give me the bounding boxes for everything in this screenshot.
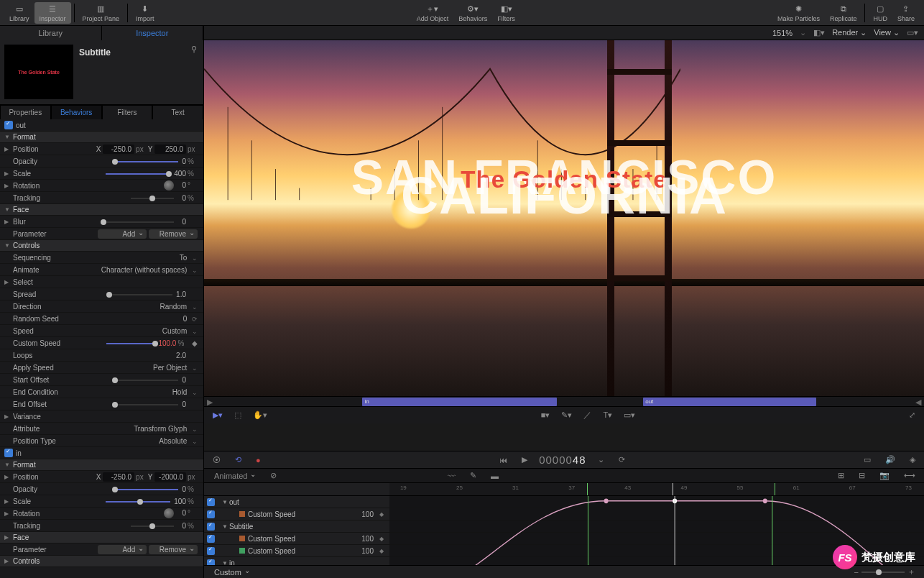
scale-slider[interactable] bbox=[106, 173, 170, 175]
import-button[interactable]: ⬇Import bbox=[131, 2, 160, 24]
clear-icon[interactable]: ⊘ bbox=[267, 469, 279, 482]
pos-x2-field[interactable]: -250.0 bbox=[103, 472, 134, 482]
tab-behaviors[interactable]: Behaviors bbox=[51, 105, 102, 119]
face-disclosure[interactable]: ▼ bbox=[4, 206, 10, 213]
add-dropdown[interactable]: Add bbox=[98, 229, 147, 239]
keyframe-diamond-icon[interactable]: ◆ bbox=[192, 339, 198, 347]
row-checkbox[interactable] bbox=[207, 535, 215, 543]
row-value[interactable]: 100 bbox=[359, 535, 376, 543]
tracking-slider[interactable] bbox=[131, 198, 174, 199]
playhead-end-icon[interactable]: ◀ bbox=[915, 398, 921, 407]
timecode-menu[interactable]: ⌄ bbox=[595, 454, 607, 466]
layers-view-icon[interactable]: ▭ bbox=[861, 454, 874, 466]
pen-tool[interactable]: ✎▾ bbox=[558, 409, 575, 421]
timeline-zoom-slider[interactable] bbox=[861, 572, 905, 573]
view-menu[interactable]: View ⌄ bbox=[874, 28, 900, 37]
go-start-button[interactable]: ⏮ bbox=[496, 454, 510, 466]
scale-disclosure[interactable]: ▶ bbox=[4, 170, 10, 177]
filters-button[interactable]: ◧▾Filters bbox=[492, 2, 520, 24]
transform-tool[interactable]: ⬚ bbox=[231, 409, 244, 421]
tab-filters[interactable]: Filters bbox=[102, 105, 153, 119]
animated-dropdown[interactable]: Animated bbox=[210, 471, 259, 481]
snapshot-icon[interactable]: 📷 bbox=[877, 469, 892, 482]
speed-value[interactable]: Custom bbox=[162, 327, 187, 335]
graph-icon[interactable]: 〰 bbox=[445, 470, 458, 482]
range-icon[interactable]: ⟷ bbox=[901, 469, 918, 482]
refresh-icon[interactable]: ⟳ bbox=[616, 454, 628, 466]
timeline-row[interactable]: ▼out bbox=[204, 496, 924, 508]
custom-speed-slider[interactable] bbox=[106, 343, 157, 344]
timecode[interactable]: 0000048 bbox=[539, 454, 586, 467]
mini-clip-in[interactable]: in bbox=[362, 398, 557, 406]
inspector-toggle[interactable]: ☰Inspector bbox=[34, 2, 71, 24]
out-checkbox[interactable] bbox=[4, 121, 13, 129]
sequencing-value[interactable]: To bbox=[180, 254, 188, 262]
timeline-row[interactable]: Custom Speed100◆ bbox=[204, 545, 924, 557]
position-type-value[interactable]: Absolute bbox=[159, 437, 187, 445]
apply-speed-value[interactable]: Per Object bbox=[153, 364, 187, 372]
blur-slider[interactable] bbox=[102, 221, 174, 223]
row-checkbox[interactable] bbox=[207, 547, 215, 555]
record-icon[interactable]: ⦿ bbox=[210, 454, 223, 466]
snap-rect-icon[interactable]: ▬ bbox=[488, 470, 502, 482]
playhead-start-icon[interactable]: ▶ bbox=[207, 398, 213, 407]
keyframe-icon[interactable]: ◆ bbox=[376, 536, 387, 542]
loop-icon[interactable]: ⟲ bbox=[232, 454, 244, 466]
fill-tool[interactable]: ■▾ bbox=[538, 409, 553, 421]
hud-button[interactable]: ▢HUD bbox=[868, 2, 892, 24]
keyframe-icon[interactable]: ◆ bbox=[376, 511, 387, 518]
remove-dropdown[interactable]: Remove bbox=[149, 229, 198, 239]
timeline-row[interactable]: Custom Speed100◆ bbox=[204, 508, 924, 520]
render-menu[interactable]: Render ⌄ bbox=[832, 28, 867, 37]
text-tool[interactable]: T▾ bbox=[600, 409, 615, 421]
loops-value[interactable]: 2.0 bbox=[176, 352, 186, 359]
rotation-dial[interactable] bbox=[164, 180, 174, 191]
direction-value[interactable]: Random bbox=[160, 303, 187, 311]
audio-icon[interactable]: 🔊 bbox=[882, 454, 898, 466]
position-disclosure[interactable]: ▶ bbox=[4, 146, 10, 152]
row-checkbox[interactable] bbox=[207, 559, 215, 566]
start-offset-slider[interactable] bbox=[114, 380, 178, 381]
tab-text[interactable]: Text bbox=[152, 105, 203, 119]
pos-y-field[interactable]: 250.0 bbox=[154, 144, 186, 154]
pin-icon[interactable]: ⚲ bbox=[189, 45, 199, 100]
timeline-ruler[interactable]: 19253137434955616773 bbox=[389, 483, 924, 495]
inspector-tab[interactable]: Inspector bbox=[102, 26, 204, 40]
row-checkbox[interactable] bbox=[207, 498, 215, 506]
expand-icon[interactable]: ⤢ bbox=[906, 409, 918, 421]
end-condition-value[interactable]: Hold bbox=[172, 388, 188, 396]
random-seed-value[interactable]: 0 bbox=[183, 315, 188, 323]
controls-disclosure[interactable]: ▼ bbox=[4, 242, 10, 249]
mini-clip-out[interactable]: out bbox=[643, 398, 816, 406]
library-tab[interactable]: Library bbox=[0, 26, 102, 40]
project-pane-button[interactable]: ▥Project Pane bbox=[78, 2, 125, 24]
row-value[interactable]: 100 bbox=[359, 547, 376, 555]
row-disclosure[interactable]: ▼ bbox=[222, 499, 229, 505]
custom-speed-value[interactable]: 100.0 bbox=[158, 339, 176, 347]
keyframe-view-icon[interactable]: ◈ bbox=[907, 454, 918, 466]
opacity-slider[interactable] bbox=[114, 161, 178, 162]
fit-icon[interactable]: ⊞ bbox=[835, 469, 847, 482]
keyframe-icon[interactable]: ◆ bbox=[376, 548, 387, 554]
timeline-row[interactable]: ▼Subtitle bbox=[204, 520, 924, 533]
add-object-button[interactable]: ＋▾Add Object bbox=[412, 2, 454, 24]
pos-y2-field[interactable]: -2000.0 bbox=[154, 472, 186, 482]
tab-properties[interactable]: Properties bbox=[0, 105, 51, 119]
row-checkbox[interactable] bbox=[207, 523, 215, 531]
format-disclosure[interactable]: ▼ bbox=[4, 134, 10, 140]
pan-tool[interactable]: ✋▾ bbox=[250, 409, 270, 421]
zoom-level[interactable]: 151% bbox=[772, 29, 793, 37]
replicate-button[interactable]: ⧉Replicate bbox=[825, 2, 862, 24]
pos-x-field[interactable]: -250.0 bbox=[103, 144, 134, 154]
attribute-value[interactable]: Transform Glyph bbox=[134, 425, 187, 433]
animate-value[interactable]: Character (without spaces) bbox=[101, 266, 188, 274]
row-disclosure[interactable]: ▼ bbox=[222, 560, 229, 566]
record-icon-2[interactable]: ● bbox=[253, 454, 264, 466]
color-channel-icon[interactable]: ◧▾ bbox=[813, 28, 825, 37]
blur-disclosure[interactable]: ▶ bbox=[4, 219, 10, 225]
spread-slider[interactable] bbox=[108, 294, 172, 295]
row-value[interactable]: 100 bbox=[359, 510, 376, 518]
timeline-row[interactable]: ▼in bbox=[204, 557, 924, 565]
variance-disclosure[interactable]: ▶ bbox=[4, 413, 10, 420]
row-checkbox[interactable] bbox=[207, 510, 215, 518]
